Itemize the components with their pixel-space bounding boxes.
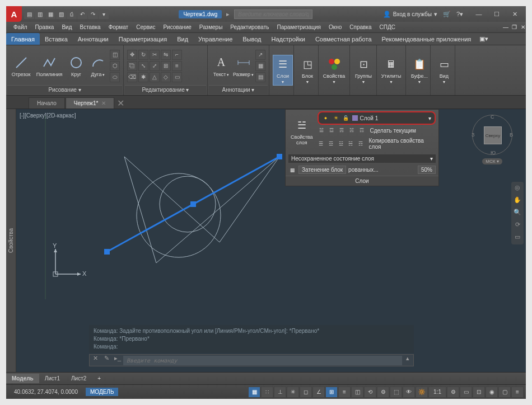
cmd-recent-icon[interactable]: ▴	[402, 355, 413, 366]
nav-zoom-icon[interactable]: 🔍	[513, 209, 522, 218]
panel-annotation-title[interactable]: Аннотации ▾	[209, 85, 268, 94]
layout-tab-sheet2[interactable]: Лист2	[66, 374, 92, 383]
view-button[interactable]: ▭Вид▼	[434, 55, 454, 85]
move-icon[interactable]: ✥	[127, 50, 137, 60]
groups-button[interactable]: ⊡Группы▼	[353, 55, 374, 85]
status-polar-icon[interactable]: ✳	[287, 387, 299, 398]
file-tab-drawing[interactable]: Чертеж1*✕	[66, 97, 115, 109]
doc-restore-icon[interactable]: ❐	[508, 23, 517, 31]
command-input[interactable]	[123, 356, 402, 365]
menu-edit[interactable]: Правка	[31, 23, 58, 31]
status-cycle-icon[interactable]: ⟲	[364, 387, 376, 398]
polyline-button[interactable]: Полилиния	[34, 54, 64, 78]
menu-parametric[interactable]: Параметризация	[273, 23, 325, 31]
status-autoscale-icon[interactable]: 🔆	[416, 387, 428, 398]
layoff-icon[interactable]: ☴	[338, 126, 346, 134]
fade-label[interactable]: Затенение блок	[298, 166, 346, 174]
status-model-badge[interactable]: МОДЕЛЬ	[86, 388, 118, 396]
layer-state-selector[interactable]: Несохраненное состояние слоя▾	[288, 154, 436, 163]
coordinates[interactable]: 40.0632, 27.4074, 0.0000	[6, 389, 86, 395]
viewcube-south[interactable]: Ю	[491, 150, 496, 156]
laymcur-icon[interactable]: ☶	[358, 126, 366, 134]
ribbon-tab-manage[interactable]: Управление	[193, 33, 237, 45]
qat-save-icon[interactable]: ▦	[45, 9, 55, 19]
fade-percent[interactable]: 50%	[418, 166, 436, 174]
menu-insert[interactable]: Вставка	[76, 23, 104, 31]
ribbon-tab-view[interactable]: Вид	[172, 33, 193, 45]
layfrz-icon[interactable]: ☲	[328, 126, 335, 134]
layout-tab-add-icon[interactable]: +	[92, 374, 106, 383]
panel-draw-title[interactable]: Рисование ▾	[7, 85, 122, 94]
laythw-icon[interactable]: ☲	[327, 140, 335, 148]
file-tab-start[interactable]: Начало	[29, 97, 65, 109]
ribbon-tab-add-icon[interactable]: ▣▾	[476, 33, 492, 45]
ribbon-tab-collab[interactable]: Совместная работа	[310, 33, 377, 45]
menu-draw[interactable]: Рисование	[159, 23, 195, 31]
panel-modify-title[interactable]: Редактирование ▾	[125, 85, 206, 94]
status-clean-icon[interactable]: ▢	[498, 387, 511, 398]
text-button[interactable]: AТекст	[211, 54, 231, 78]
layout-tab-model[interactable]: Модель	[6, 374, 39, 383]
xref-fade-icon[interactable]: ▩	[288, 166, 296, 174]
draw-mini-2-icon[interactable]: ⬡	[110, 61, 120, 71]
block-button[interactable]: ◳Блок▼	[297, 55, 318, 85]
menu-window[interactable]: Окно	[325, 23, 346, 31]
circle-button[interactable]: Круг	[66, 54, 86, 78]
ribbon-tab-insert[interactable]: Вставка	[40, 33, 73, 45]
layer-on-icon[interactable]: ●	[322, 114, 330, 122]
menu-spds[interactable]: СПДС	[376, 23, 399, 31]
close-button[interactable]: ✕	[506, 8, 524, 20]
ribbon-tab-parametric[interactable]: Параметризация	[114, 33, 172, 45]
file-tab-close-icon[interactable]: ✕	[101, 100, 106, 106]
cmd-close-icon[interactable]: ✕	[90, 355, 101, 366]
user-icon[interactable]: 👤	[383, 11, 391, 18]
explode-icon[interactable]: ✱	[138, 72, 148, 82]
table-icon[interactable]: ▦	[255, 61, 265, 71]
layer-properties-button[interactable]: ☱ Свойства слоя	[288, 116, 315, 147]
offset-icon[interactable]: ≡	[172, 61, 182, 71]
menu-tools[interactable]: Сервис	[132, 23, 159, 31]
nav-wheel-icon[interactable]: ◎	[513, 184, 522, 193]
drawing-canvas[interactable]: [-][Сверху][2D-каркас] X Y ☱	[16, 109, 526, 372]
file-tab-add-icon[interactable]: ✕	[115, 98, 126, 109]
laymch-icon[interactable]: ☵	[347, 140, 354, 148]
status-grid-icon[interactable]: ▦	[248, 387, 260, 398]
ribbon-tab-addins[interactable]: Надстройки	[267, 33, 310, 45]
ribbon-tab-home[interactable]: Главная	[6, 33, 40, 45]
status-3dosnap-icon[interactable]: ⚙	[377, 387, 389, 398]
status-ortho-icon[interactable]: ⊥	[274, 387, 286, 398]
properties-button[interactable]: Свойства▼	[322, 55, 346, 85]
layers-panel-title[interactable]: Слои	[286, 176, 438, 186]
status-annovisibility-icon[interactable]: 👁	[403, 387, 415, 398]
draw-mini-3-icon[interactable]: ⬭	[110, 72, 120, 82]
nav-showmotion-icon[interactable]: ▭	[513, 233, 522, 242]
scale-icon[interactable]: ⤢	[150, 61, 160, 71]
line-button[interactable]: Отрезок	[10, 54, 32, 78]
status-snap-icon[interactable]: ∷	[261, 387, 273, 398]
layiso-icon[interactable]: ☱	[318, 126, 325, 134]
status-transparency-icon[interactable]: ◫	[351, 387, 363, 398]
properties-palette-tab[interactable]: Свойства	[6, 109, 16, 372]
layulk-icon[interactable]: ☳	[337, 140, 345, 148]
app-logo-icon[interactable]: A	[6, 6, 22, 22]
search-input[interactable]	[234, 10, 312, 19]
cart-icon[interactable]: 🛒	[443, 11, 451, 18]
viewcube-north[interactable]: С	[491, 114, 494, 120]
menu-view[interactable]: Вид	[58, 23, 76, 31]
copyprops-icon[interactable]: ☶	[357, 140, 365, 148]
status-custom-icon[interactable]: ≡	[511, 387, 524, 398]
nav-orbit-icon[interactable]: ⟳	[513, 221, 522, 230]
clipboard-button[interactable]: 📋Буфе...▼	[409, 55, 430, 85]
minimize-button[interactable]: ―	[470, 8, 488, 20]
qat-redo-icon[interactable]: ↷	[88, 9, 98, 19]
menu-modify[interactable]: Редактировать	[226, 23, 273, 31]
layer-freeze-icon[interactable]: ☀	[332, 114, 340, 122]
ribbon-tab-output[interactable]: Вывод	[237, 33, 266, 45]
layout-tab-sheet1[interactable]: Лист1	[39, 374, 66, 383]
layer-lock-icon[interactable]: 🔓	[342, 114, 350, 122]
arc-button[interactable]: Дуга	[88, 54, 108, 78]
viewcube-wcs[interactable]: МСК ▾	[482, 158, 502, 164]
utilities-button[interactable]: 🖩Утилиты▼	[380, 55, 402, 85]
make-current-button[interactable]: Сделать текущим	[370, 128, 416, 134]
draw-mini-1-icon[interactable]: ◫	[110, 50, 120, 60]
